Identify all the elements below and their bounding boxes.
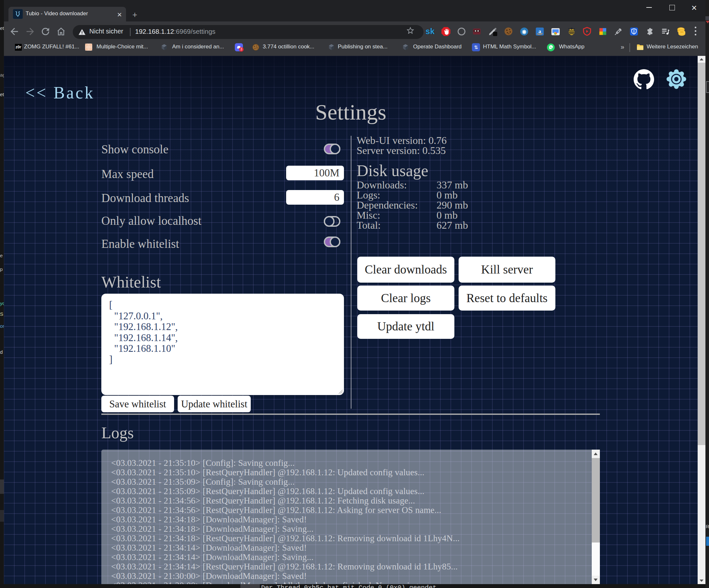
- svg-text:a: a: [539, 28, 541, 34]
